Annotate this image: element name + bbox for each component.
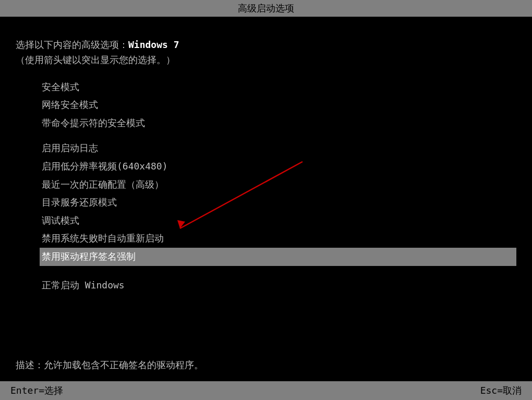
menu-item-dir-service[interactable]: 目录服务还原模式 — [42, 193, 516, 212]
main-content: 选择以下内容的高级选项：Windows 7 （使用箭头键以突出显示您的选择。） … — [0, 17, 532, 305]
menu-section: 安全模式 网络安全模式 带命令提示符的安全模式 启用启动日志 启用低分辨率视频(… — [16, 78, 516, 266]
menu-item-no-auto-restart[interactable]: 禁用系统失败时自动重新启动 — [42, 229, 516, 248]
header-line1: 选择以下内容的高级选项：Windows 7 — [16, 38, 516, 53]
normal-start-item[interactable]: 正常启动 Windows — [42, 276, 516, 295]
title-text: 高级启动选项 — [238, 3, 294, 14]
normal-start-section: 正常启动 Windows — [16, 276, 516, 295]
menu-item-no-sign[interactable]: 禁用驱动程序签名强制 — [40, 248, 516, 266]
title-bar: 高级启动选项 — [0, 0, 532, 17]
description: 描述：允许加载包含不正确签名的驱动程序。 — [16, 359, 203, 371]
menu-item-last-good[interactable]: 最近一次的正确配置（高级） — [42, 176, 516, 194]
menu-item-network-safe-mode[interactable]: 网络安全模式 — [42, 96, 516, 114]
menu-item-boot-log[interactable]: 启用启动日志 — [42, 139, 516, 157]
header-windows: Windows 7 — [128, 39, 179, 50]
menu-item-safe-mode[interactable]: 安全模式 — [42, 78, 516, 96]
menu-item-cmd-safe-mode[interactable]: 带命令提示符的安全模式 — [42, 114, 516, 132]
enter-label: Enter=选择 — [10, 384, 63, 397]
gap1 — [42, 132, 516, 139]
header-text: 选择以下内容的高级选项：Windows 7 （使用箭头键以突出显示您的选择。） — [16, 38, 516, 68]
description-text: 描述：允许加载包含不正确签名的驱动程序。 — [16, 359, 203, 370]
header-prefix: 选择以下内容的高级选项： — [16, 39, 128, 50]
esc-label: Esc=取消 — [480, 384, 522, 397]
bottom-bar: Enter=选择 Esc=取消 — [0, 381, 532, 400]
menu-item-debug[interactable]: 调试模式 — [42, 212, 516, 230]
menu-item-low-res[interactable]: 启用低分辨率视频(640x480) — [42, 157, 516, 176]
header-line2: （使用箭头键以突出显示您的选择。） — [16, 53, 516, 68]
